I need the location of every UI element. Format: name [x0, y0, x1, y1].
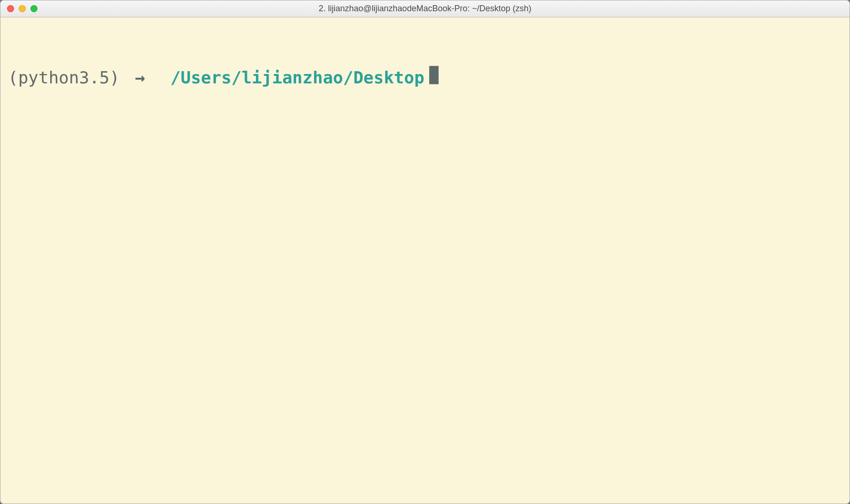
prompt-line: (python3.5)→/Users/lijianzhao/Desktop — [8, 65, 842, 89]
current-directory: /Users/lijianzhao/Desktop — [171, 67, 425, 89]
close-icon[interactable] — [7, 5, 14, 12]
minimize-icon[interactable] — [19, 5, 26, 12]
window-title: 2. lijianzhao@lijianzhaodeMacBook-Pro: ~… — [0, 4, 850, 14]
virtualenv-indicator: (python3.5) — [8, 67, 119, 89]
cursor-icon — [429, 66, 439, 84]
maximize-icon[interactable] — [30, 5, 37, 12]
traffic-lights — [0, 5, 37, 12]
terminal-body[interactable]: (python3.5)→/Users/lijianzhao/Desktop — [0, 17, 850, 504]
window-titlebar[interactable]: 2. lijianzhao@lijianzhaodeMacBook-Pro: ~… — [0, 0, 850, 17]
prompt-arrow-icon: → — [135, 67, 145, 89]
terminal-window: 2. lijianzhao@lijianzhaodeMacBook-Pro: ~… — [0, 0, 850, 504]
